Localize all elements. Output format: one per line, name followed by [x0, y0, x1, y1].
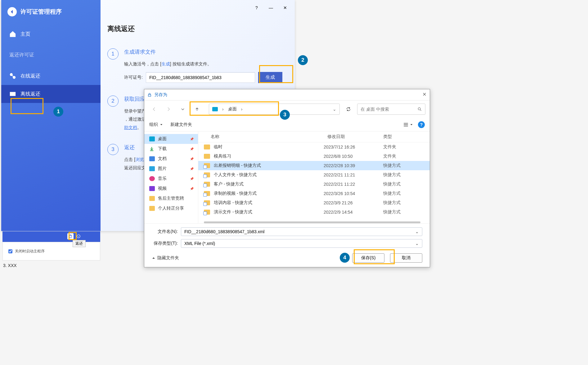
tree-item[interactable]: 音乐📌	[144, 174, 198, 184]
license-label: 许可证号:	[124, 75, 143, 80]
tree-item[interactable]: 文档📌	[144, 154, 198, 164]
window-titlebar: ? — ✕	[101, 0, 295, 16]
cancel-button[interactable]: 取消	[390, 253, 422, 263]
license-input[interactable]	[146, 72, 255, 83]
file-row[interactable]: 个人文件夹 - 快捷方式2022/2/21 11:21快捷方式	[198, 170, 430, 180]
step-1-desc: 输入激活号，点击 [生成] 按钮生成请求文件。	[124, 60, 282, 68]
svg-point-0	[10, 73, 12, 76]
dialog-close-button[interactable]	[422, 92, 427, 97]
list-icon	[403, 122, 409, 127]
pin-icon: 📌	[190, 137, 193, 141]
chevron-icon: ›	[222, 107, 224, 112]
pin-icon: 📌	[190, 157, 193, 161]
save-button[interactable]: 保存(S)	[352, 253, 384, 263]
dialog-nav: › 桌面 › ⌄	[144, 100, 430, 118]
generate-inline-link[interactable]: 生成	[161, 61, 170, 66]
tree-item[interactable]: 桌面📌	[144, 134, 198, 144]
shortcut-icon	[204, 191, 210, 196]
tree-item-label: 桌面	[158, 136, 167, 142]
tree-item[interactable]: 图片📌	[144, 164, 198, 174]
cancel-button-label: 取消	[402, 255, 411, 261]
nav-online-label: 在线返还	[20, 73, 40, 79]
new-folder-button[interactable]: 新建文件夹	[170, 122, 192, 127]
step-1-badge: 1	[107, 48, 119, 60]
search-box[interactable]	[357, 104, 425, 115]
close-button[interactable]: ✕	[282, 5, 288, 11]
step-3-desc-a: 点击 [	[124, 157, 135, 162]
file-name: 录制的视频 - 快捷方式	[214, 191, 320, 196]
filetype-dropdown[interactable]: ⌄	[415, 241, 419, 246]
file-type: 快捷方式	[383, 181, 420, 187]
svg-point-1	[13, 76, 15, 78]
nav-home[interactable]: 主页	[1, 25, 101, 43]
help-doc-link[interactable]: 助文档	[124, 125, 137, 130]
file-name: 个人文件夹 - 快捷方式	[214, 172, 320, 178]
desktop-icon	[212, 107, 218, 111]
file-list-panel: 名称 修改日期 类型 临时2023/7/12 16:26文件夹模具练习2022/…	[198, 131, 430, 223]
back-button[interactable]	[7, 7, 17, 16]
nav-recent-button[interactable]	[177, 104, 188, 115]
path-dropdown[interactable]: ⌄	[333, 107, 336, 112]
nav-up-button[interactable]	[191, 104, 203, 115]
tree-item[interactable]: 下载📌	[144, 144, 198, 154]
nav-forward-button[interactable]	[163, 104, 174, 115]
search-icon	[417, 107, 422, 112]
filetype-field[interactable]: XML File (*.xml) ⌄	[181, 239, 422, 248]
generate-button[interactable]: 生成	[258, 72, 282, 83]
shortcut-icon	[204, 200, 210, 205]
tree-item[interactable]: 视频📌	[144, 184, 198, 194]
file-date: 2022/2/28 10:39	[324, 163, 379, 168]
file-type: 快捷方式	[383, 200, 420, 206]
nav-offline-return[interactable]: 离线返还	[1, 85, 101, 103]
step-2-badge: 2	[107, 96, 119, 107]
shortcut-icon	[204, 182, 210, 187]
tree-item[interactable]: 售后主管竞聘	[144, 194, 198, 203]
search-input[interactable]	[361, 107, 415, 112]
autostart-label: 关闭时启动主程序	[15, 249, 45, 254]
info-icon	[76, 234, 81, 238]
col-name[interactable]: 名称	[211, 134, 327, 140]
file-name: 培训内容 - 快捷方式	[214, 200, 320, 206]
sidebar: 许可证管理程序 主页 返还许可证 在线返还 离线返还	[1, 0, 101, 231]
folder-tree: 桌面📌下载📌文档📌图片📌音乐📌视频📌售后主管竞聘个人转正分享	[144, 131, 198, 223]
file-type: 快捷方式	[383, 209, 420, 215]
hide-folders-toggle[interactable]: 隐藏文件夹	[152, 255, 179, 261]
filename-dropdown[interactable]: ⌄	[415, 229, 419, 234]
nav-offline-label: 离线返还	[20, 91, 40, 97]
tree-item-label: 下载	[158, 146, 167, 152]
dialog-help-button[interactable]: ?	[418, 121, 425, 128]
filename-field[interactable]: ⌄	[181, 227, 422, 236]
organize-button[interactable]: 组织	[149, 122, 163, 127]
file-row[interactable]: 录制的视频 - 快捷方式2022/3/26 10:54快捷方式	[198, 189, 430, 198]
file-row[interactable]: 临时2023/7/12 16:26文件夹	[198, 142, 430, 152]
step-1: 1 生成请求文件 输入激活号，点击 [生成] 按钮生成请求文件。 许可证号: 生…	[107, 48, 282, 83]
file-row[interactable]: 客户 - 快捷方式2022/2/21 11:22快捷方式	[198, 180, 430, 189]
file-row[interactable]: 出差报销明细 - 快捷方式2022/2/28 10:39快捷方式	[198, 161, 430, 170]
browse-link[interactable]: 浏览]	[135, 157, 145, 162]
col-type[interactable]: 类型	[383, 134, 420, 140]
file-row[interactable]: 演示文件 - 快捷方式2022/2/9 14:54快捷方式	[198, 207, 430, 217]
organize-label: 组织	[149, 122, 158, 127]
pin-icon: 📌	[190, 147, 193, 151]
autostart-checkbox[interactable]	[8, 249, 12, 253]
filename-input[interactable]	[184, 229, 415, 234]
help-button[interactable]: ?	[254, 5, 259, 11]
folder-icon	[149, 166, 155, 171]
path-breadcrumb[interactable]: › 桌面 › ⌄	[209, 104, 340, 115]
refresh-icon	[346, 107, 351, 112]
info-button[interactable]	[75, 233, 82, 239]
chevron-icon: ›	[241, 107, 243, 112]
file-date: 2022/6/8 10:50	[324, 154, 379, 159]
tree-item[interactable]: 个人转正分享	[144, 203, 198, 213]
view-mode-button[interactable]	[403, 122, 413, 127]
nav-back-button[interactable]	[149, 104, 160, 115]
refresh-button[interactable]	[343, 104, 354, 115]
step-3-badge: 3	[107, 144, 119, 155]
pin-icon: 📌	[190, 177, 193, 180]
col-date[interactable]: 修改日期	[327, 134, 383, 140]
minimize-button[interactable]: —	[268, 5, 274, 11]
file-row[interactable]: 模具练习2022/6/8 10:50文件夹	[198, 152, 430, 161]
file-row[interactable]: 培训内容 - 快捷方式2022/3/9 21:26快捷方式	[198, 198, 430, 207]
nav-online-return[interactable]: 在线返还	[1, 67, 101, 85]
delete-button[interactable]	[67, 233, 74, 239]
